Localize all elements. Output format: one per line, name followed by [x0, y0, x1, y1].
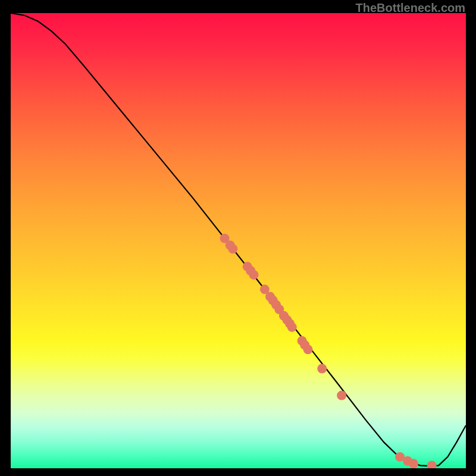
data-point — [228, 244, 237, 253]
data-point — [287, 322, 297, 332]
data-point — [303, 345, 313, 354]
chart-plot-area — [11, 13, 466, 468]
data-point — [317, 364, 327, 373]
chart-svg-overlay — [11, 13, 466, 468]
data-point — [427, 461, 437, 468]
watermark-text: TheBottleneck.com — [356, 1, 465, 15]
data-point — [409, 459, 418, 468]
chart-points-group — [220, 234, 437, 468]
chart-curve — [11, 13, 466, 466]
data-point — [249, 270, 259, 280]
data-point — [337, 391, 346, 400]
